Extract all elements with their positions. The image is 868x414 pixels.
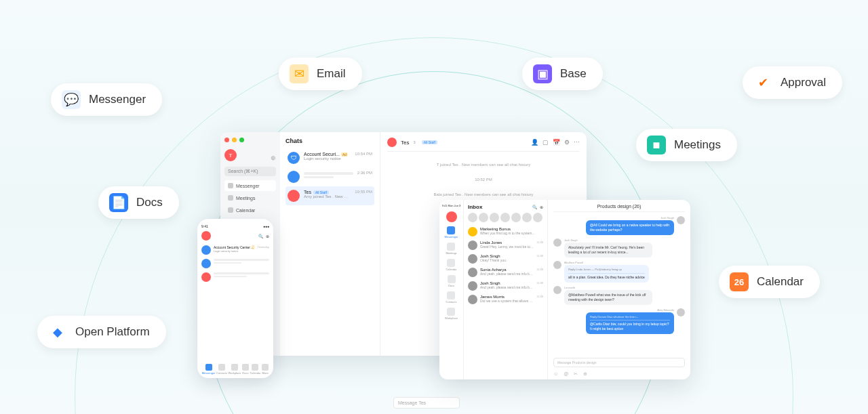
tab-calendar[interactable]: Calendar bbox=[250, 364, 260, 375]
pill-open-platform[interactable]: ◆ Open Platform bbox=[37, 316, 166, 348]
list-item[interactable]: Account Security CenterAd Login security… bbox=[201, 243, 269, 257]
compose-icon[interactable]: ⊕ bbox=[271, 154, 276, 161]
message-input[interactable]: Message Tes bbox=[393, 397, 460, 409]
pill-base[interactable]: ▣ Base bbox=[522, 58, 603, 90]
message-input[interactable]: Message Products design bbox=[553, 358, 685, 367]
inbox-row[interactable]: Linda JonesGreat! Hey, Lenny, we must be… bbox=[468, 239, 543, 252]
message-bubble[interactable]: @All Could we bring on a native speaker … bbox=[586, 220, 674, 235]
tab-docs[interactable]: Docs bbox=[242, 364, 249, 375]
rail-messenger[interactable]: Messenger bbox=[445, 226, 458, 239]
video-icon[interactable]: ▢ bbox=[542, 139, 549, 146]
attach-icon[interactable]: ⊕ bbox=[583, 371, 587, 377]
chat-title: Products design (26) bbox=[553, 204, 685, 212]
message-row: Josh SinghAbsolutely yes! I'll invite Mr… bbox=[553, 239, 685, 257]
rail-calendar[interactable]: Calendar bbox=[446, 259, 456, 271]
nav-meetings[interactable]: Meetings bbox=[224, 192, 276, 203]
avatar[interactable] bbox=[479, 213, 488, 222]
pill-label: Messenger bbox=[89, 93, 146, 106]
chat-header: Tes 3 All Staff 👤 ▢ 📅 ⚙ ⋯ bbox=[387, 138, 580, 152]
avatar[interactable] bbox=[500, 213, 510, 222]
member-icon[interactable]: 👤 bbox=[531, 139, 538, 146]
pill-calendar[interactable]: 26 Calendar bbox=[719, 266, 820, 298]
inbox-row[interactable]: Marketing BonusWhen you first log in to … bbox=[468, 225, 543, 239]
avatar[interactable] bbox=[511, 213, 521, 222]
message-row: Josh Singh@All Could we bring on a nativ… bbox=[553, 216, 685, 235]
emoji-icon[interactable]: ☺ bbox=[553, 371, 558, 377]
shield-icon bbox=[201, 245, 211, 255]
list-item[interactable] bbox=[201, 257, 269, 270]
nav-messenger[interactable]: Messenger bbox=[224, 180, 276, 191]
chat-row-selected[interactable]: TesAll Staff Amy joined Tes . New me... … bbox=[285, 186, 374, 205]
pill-docs[interactable]: 📄 Docs bbox=[98, 186, 179, 219]
docs-icon: 📄 bbox=[109, 193, 128, 212]
avatar[interactable] bbox=[533, 213, 542, 222]
search-icon[interactable]: 🔍 bbox=[258, 234, 263, 239]
tablet-rail: 9:41 Mon Jun 3 Messenger Meetings Calend… bbox=[439, 200, 464, 379]
chat-row[interactable]: 2:36 PM bbox=[285, 167, 374, 186]
pill-email[interactable]: ✉ Email bbox=[279, 58, 362, 90]
pill-label: Docs bbox=[136, 196, 163, 209]
avatar[interactable] bbox=[490, 213, 499, 222]
messenger-icon: 💬 bbox=[62, 90, 81, 109]
input-toolbar: ☺ @ ✂ ⊕ bbox=[553, 371, 587, 377]
group-avatar bbox=[288, 190, 300, 202]
tablet-mockup: 9:41 Mon Jun 3 Messenger Meetings Calend… bbox=[439, 200, 690, 379]
avatar bbox=[468, 254, 477, 264]
more-icon[interactable]: ⋯ bbox=[574, 139, 580, 146]
shield-icon: 🛡 bbox=[288, 152, 300, 164]
rail-meetings[interactable]: Meetings bbox=[446, 243, 456, 255]
avatar bbox=[468, 268, 477, 277]
avatar bbox=[677, 308, 685, 316]
tab-workplace[interactable]: Workplace bbox=[228, 364, 241, 375]
settings-icon[interactable]: ⚙ bbox=[564, 139, 570, 146]
avatar bbox=[677, 216, 685, 224]
inbox-row[interactable]: James MorrisDid we use a system that all… bbox=[468, 293, 543, 306]
avatar bbox=[468, 227, 477, 236]
bot-icon bbox=[201, 259, 211, 268]
message-row: Amy Edwards Reply Damon Diaz whatever th… bbox=[553, 308, 685, 335]
pill-meetings[interactable]: ■ Meetings bbox=[636, 129, 737, 161]
add-icon[interactable]: ⊕ bbox=[266, 234, 269, 239]
calendar-icon[interactable]: 📅 bbox=[553, 139, 560, 146]
avatar bbox=[553, 261, 561, 269]
pill-approval[interactable]: ✔ Approval bbox=[743, 66, 842, 99]
tab-contacts[interactable]: Contacts bbox=[216, 364, 227, 375]
search-input[interactable]: Search (⌘+K) bbox=[224, 167, 276, 176]
tab-messenger[interactable]: Messenger bbox=[202, 364, 216, 375]
message-bubble[interactable]: Absolutely yes! I'll invite Mr. Carl Yeu… bbox=[564, 243, 652, 257]
meetings-icon: ■ bbox=[647, 136, 666, 154]
member-count: 3 bbox=[413, 140, 415, 144]
user-avatar[interactable] bbox=[201, 231, 211, 241]
phone-tabbar: Messenger Contacts Workplace Docs Calend… bbox=[201, 364, 269, 375]
message-row: Matthew Powell Reply Linda Jones — Pic@i… bbox=[553, 261, 685, 283]
inbox-row[interactable]: Sonia AcharyaAnd yeah, please send me in… bbox=[468, 266, 543, 279]
message-bubble[interactable]: Reply Damon Diaz whatever the time i... … bbox=[586, 312, 674, 335]
inbox-row[interactable]: Josh SinghAnd yeah, please send me info … bbox=[468, 279, 543, 293]
list-item[interactable] bbox=[201, 270, 269, 284]
message-bubble[interactable]: Reply Linda Jones — Pic@industry lining … bbox=[564, 265, 649, 283]
avatar[interactable] bbox=[522, 213, 532, 222]
rail-contacts[interactable]: Contacts bbox=[446, 291, 457, 304]
tab-more[interactable]: More bbox=[262, 364, 269, 375]
chat-name: Tes bbox=[401, 140, 409, 146]
nav-calendar[interactable]: Calendar bbox=[224, 205, 276, 215]
inbox-row[interactable]: Josh SinghOkay! Thank you.11:30 bbox=[468, 252, 543, 266]
pill-messenger[interactable]: 💬 Messenger bbox=[51, 83, 162, 116]
avatar[interactable] bbox=[468, 213, 477, 222]
scissors-icon[interactable]: ✂ bbox=[574, 371, 578, 377]
chat-panel: Products design (26) Josh Singh@All Coul… bbox=[548, 200, 690, 379]
user-avatar[interactable]: T bbox=[224, 149, 237, 161]
window-controls[interactable] bbox=[224, 138, 276, 142]
user-avatar[interactable] bbox=[446, 211, 457, 222]
chat-row[interactable]: 🛡 Account Securi...Ad Login security not… bbox=[285, 148, 374, 167]
avatar bbox=[468, 241, 477, 250]
face-row bbox=[468, 213, 543, 222]
bot-icon bbox=[288, 171, 300, 183]
rail-workplace[interactable]: Workplace bbox=[445, 308, 458, 320]
mention-icon[interactable]: @ bbox=[564, 371, 568, 377]
search-icon[interactable]: 🔍 bbox=[532, 205, 537, 209]
pill-label: Open Platform bbox=[75, 325, 150, 339]
add-icon[interactable]: ⊕ bbox=[540, 205, 543, 209]
rail-docs[interactable]: Docs bbox=[448, 275, 456, 287]
message-bubble[interactable]: @Matthew Powell what was the issue of th… bbox=[564, 290, 652, 305]
